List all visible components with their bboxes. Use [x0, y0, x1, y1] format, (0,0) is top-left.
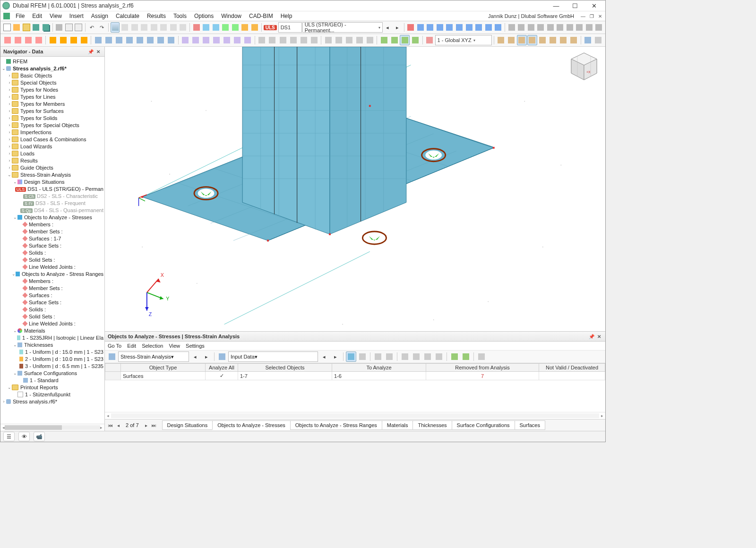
tree-item[interactable]: Members :: [0, 277, 104, 284]
tb-generic[interactable]: [445, 22, 455, 33]
tb-undo[interactable]: ↶: [87, 22, 97, 33]
tb2-generic[interactable]: [344, 35, 354, 45]
tree-item[interactable]: RFEM: [0, 58, 104, 65]
tb2-generic[interactable]: [257, 35, 267, 45]
bt-generic[interactable]: [411, 351, 421, 362]
tree-item[interactable]: 1 - Uniform | d : 15.0 mm | 1 - S23: [0, 348, 104, 355]
tb2-generic[interactable]: [103, 35, 113, 45]
tb2-generic[interactable]: [379, 35, 389, 45]
tb-generic[interactable]: [464, 22, 474, 33]
tb-generic[interactable]: [12, 22, 22, 33]
bm-goto[interactable]: Go To: [108, 343, 121, 349]
tb-generic[interactable]: [526, 22, 536, 33]
tree-item[interactable]: ⌄Design Situations: [0, 178, 104, 185]
tb-save[interactable]: [32, 22, 41, 33]
bm-view[interactable]: View: [169, 343, 180, 349]
bt-generic[interactable]: [357, 351, 368, 362]
tb-view-2[interactable]: [120, 22, 129, 33]
combo-ds-code[interactable]: DS1: [278, 22, 302, 33]
tb2-generic[interactable]: [334, 35, 344, 45]
tb2-generic[interactable]: [517, 35, 527, 45]
tab-surfaces[interactable]: Surfaces: [515, 420, 545, 430]
tree-item[interactable]: ⌄Stress-Strain Analysis: [0, 171, 104, 178]
tb-generic[interactable]: [250, 22, 259, 33]
tb2-generic[interactable]: [278, 35, 288, 45]
tb-generic[interactable]: [474, 22, 483, 33]
tree-item[interactable]: 3 - Uniform | d : 6.5 mm | 1 - S235: [0, 362, 104, 369]
tb2-generic[interactable]: [212, 35, 222, 45]
tree-item[interactable]: ›Load Wizards: [0, 143, 104, 150]
tb-generic[interactable]: [493, 22, 503, 33]
menu-cadbim[interactable]: CAD-BIM: [245, 12, 277, 20]
menu-tools[interactable]: Tools: [170, 12, 190, 20]
tree-item[interactable]: ›Loads: [0, 150, 104, 157]
tb2-generic[interactable]: [232, 35, 242, 45]
panel-close-icon[interactable]: ✕: [95, 48, 102, 55]
tb2-generic[interactable]: [166, 35, 176, 45]
tb-generic[interactable]: [241, 22, 250, 33]
tb-nav-next[interactable]: ▸: [393, 22, 402, 33]
panel-pin-icon[interactable]: 📌: [87, 48, 94, 55]
bt-generic[interactable]: [373, 351, 383, 362]
tb2-generic[interactable]: [410, 35, 420, 45]
tb2-generic[interactable]: [400, 35, 410, 45]
tb-generic[interactable]: [516, 22, 526, 33]
tree-item[interactable]: Solid Sets :: [0, 256, 104, 263]
tb-generic[interactable]: [455, 22, 464, 33]
bt-generic[interactable]: [422, 351, 433, 362]
tree-item[interactable]: Member Sets :: [0, 284, 104, 291]
navigator-tree[interactable]: RFEM⌄Stress analysis_2.rf6*›Basic Object…: [0, 57, 104, 424]
tab-objects-to-analyze-stresses[interactable]: Objects to Analyze - Stresses: [212, 420, 291, 430]
tree-item[interactable]: ›Imperfections: [0, 128, 104, 136]
tree-item[interactable]: S ChDS2 - SLS - Characteristic: [0, 192, 104, 199]
tb2-generic[interactable]: [243, 35, 253, 45]
tb2-generic[interactable]: [180, 35, 190, 45]
menu-file[interactable]: File: [12, 12, 28, 20]
bm-selection[interactable]: Selection: [142, 343, 163, 349]
tb2-generic[interactable]: [69, 35, 78, 45]
tb2-generic[interactable]: [135, 35, 145, 45]
tree-item[interactable]: ›Types for Nodes: [0, 86, 104, 93]
tb-generic[interactable]: [221, 22, 231, 33]
tb-generic[interactable]: [64, 22, 74, 33]
tb2-generic[interactable]: [13, 35, 23, 45]
tb-view-5[interactable]: [149, 22, 159, 33]
tree-item[interactable]: 1 - Standard: [0, 377, 104, 384]
combo-inputdata[interactable]: Input Data▾: [228, 351, 318, 362]
tab-next[interactable]: ▸: [143, 421, 150, 429]
menu-view[interactable]: View: [46, 12, 66, 20]
tb2-generic[interactable]: [548, 35, 558, 45]
menu-help[interactable]: Help: [277, 12, 296, 20]
tree-item[interactable]: Line Welded Joints :: [0, 320, 104, 327]
bt-generic[interactable]: [476, 351, 487, 362]
tree-item[interactable]: ›Types for Lines: [0, 93, 104, 100]
orientation-cube[interactable]: +X: [567, 51, 601, 84]
bt-prev[interactable]: ◂: [190, 351, 200, 362]
tb2-generic[interactable]: [93, 35, 103, 45]
bt-sel[interactable]: [346, 351, 356, 362]
tb2-generic[interactable]: [309, 35, 319, 45]
tb-nav-prev[interactable]: ◂: [383, 22, 393, 33]
bt-generic[interactable]: [384, 351, 395, 362]
tree-item[interactable]: ⌄Stress analysis_2.rf6*: [0, 65, 104, 72]
panel-pin-icon[interactable]: 📌: [588, 333, 595, 340]
tb-generic[interactable]: [231, 22, 240, 33]
tb2-generic[interactable]: [424, 35, 434, 45]
tb-saveall[interactable]: [41, 22, 51, 33]
tb2-generic[interactable]: [2, 35, 12, 45]
tree-item[interactable]: S FrDS3 - SLS - Frequent: [0, 199, 104, 206]
tab-surface-configurations[interactable]: Surface Configurations: [452, 420, 515, 430]
maximize-button[interactable]: ☐: [566, 0, 584, 11]
tree-item[interactable]: ›Types for Solids: [0, 114, 104, 121]
navigator-hscroll[interactable]: ◂ ▸: [0, 424, 104, 431]
tb-generic[interactable]: [507, 22, 516, 33]
tree-item[interactable]: 2 - Uniform | d : 10.0 mm | 1 - S23: [0, 355, 104, 362]
tb-generic[interactable]: [555, 22, 565, 33]
tree-item[interactable]: ⌄Thicknesses: [0, 341, 104, 348]
tab-last[interactable]: ⏭: [150, 421, 158, 429]
bt-next2[interactable]: ▸: [330, 351, 341, 362]
bt-prev2[interactable]: ◂: [319, 351, 329, 362]
status-btn[interactable]: ☰: [3, 432, 15, 441]
tb2-generic[interactable]: [34, 35, 43, 45]
tb2-generic[interactable]: [389, 35, 399, 45]
